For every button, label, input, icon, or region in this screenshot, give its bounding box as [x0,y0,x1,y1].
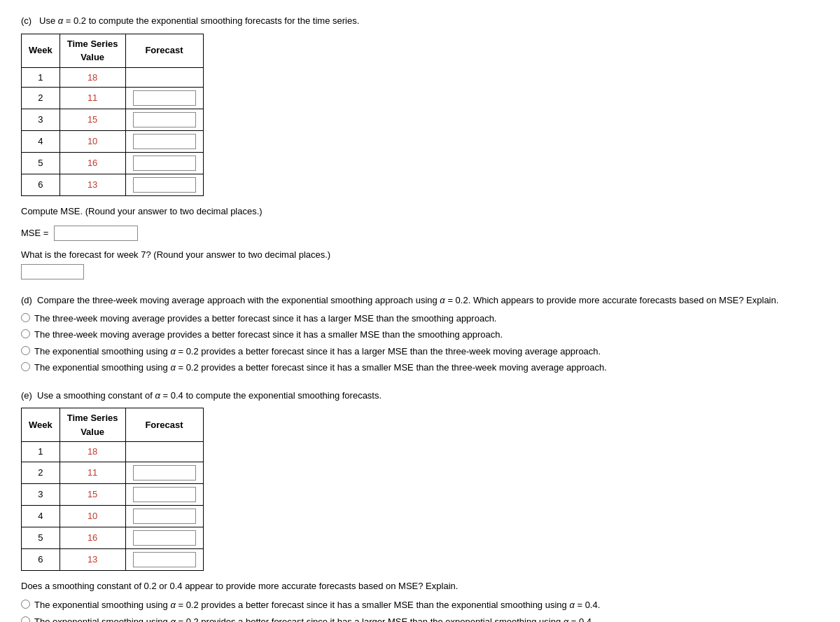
week-cell: 4 [22,131,60,153]
table-row: 118 [22,67,204,88]
radio-input[interactable] [21,346,30,355]
part-d-intro: (d) Compare the three-week moving averag… [21,293,819,307]
week-cell: 2 [22,88,60,109]
forecast-cell[interactable] [125,462,203,483]
radio-option[interactable]: The exponential smoothing using α = 0.2 … [21,361,819,375]
radio-label: The exponential smoothing using α = 0.2 … [34,598,600,612]
forecast-cell [125,67,203,88]
radio-input[interactable] [21,362,30,371]
forecast-input[interactable] [133,509,196,524]
value-cell: 10 [59,131,125,153]
week-cell: 6 [22,174,60,196]
mse-c-input[interactable] [54,226,138,241]
radio-label: The exponential smoothing using α = 0.2 … [34,615,594,623]
radio-option[interactable]: The three-week moving average provides a… [21,312,819,326]
forecast-input[interactable] [133,177,196,193]
radio-input[interactable] [21,313,30,322]
week-cell: 5 [22,153,60,174]
part-d-radio-group: The three-week moving average provides a… [21,312,819,375]
forecast-cell[interactable] [125,153,203,174]
radio-input[interactable] [21,329,30,338]
col-tsvalue-e: Time SeriesValue [59,408,125,442]
week-cell: 1 [22,442,60,462]
forecast-input[interactable] [133,552,196,567]
radio-input[interactable] [21,600,30,609]
forecast-cell[interactable] [125,527,203,548]
part-c-table: Week Time SeriesValue Forecast 118211315… [21,34,204,197]
forecast-input[interactable] [133,134,196,149]
radio-label: The three-week moving average provides a… [34,328,503,342]
table-row: 211 [22,88,204,109]
mse-c-row: MSE = [21,226,819,241]
col-tsvalue-c: Time SeriesValue [59,34,125,67]
part-e-section: (e) Use a smoothing constant of α = 0.4 … [21,389,819,623]
value-cell: 13 [59,548,125,570]
col-week-c: Week [22,34,60,67]
part-e-letter: (e) [21,390,32,401]
radio-label: The exponential smoothing using α = 0.2 … [34,345,601,359]
radio-label: The three-week moving average provides a… [34,312,496,326]
week-cell: 3 [22,483,60,505]
week-cell: 4 [22,505,60,527]
forecast-input[interactable] [133,156,196,171]
mse-c-prefix: MSE = [21,228,48,238]
table-row: 613 [22,548,204,570]
forecast-cell[interactable] [125,131,203,153]
value-cell: 16 [59,527,125,548]
value-cell: 18 [59,442,125,462]
week7-c-label: What is the forecast for week 7? (Round … [21,248,819,262]
part-e-table: Week Time SeriesValue Forecast 118211315… [21,408,204,571]
forecast-input[interactable] [133,465,196,481]
week-cell: 3 [22,109,60,131]
table-row: 410 [22,131,204,153]
radio-option[interactable]: The exponential smoothing using α = 0.2 … [21,345,819,359]
value-cell: 15 [59,109,125,131]
forecast-input[interactable] [133,487,196,502]
radio-label: The exponential smoothing using α = 0.2 … [34,361,607,375]
table-row: 516 [22,153,204,174]
forecast-cell[interactable] [125,88,203,109]
radio-input[interactable] [21,616,30,623]
forecast-cell[interactable] [125,174,203,196]
part-c-section: (c) Use α = 0.2 to compute the exponenti… [21,14,819,279]
table-row: 315 [22,109,204,131]
value-cell: 15 [59,483,125,505]
week7-c-input[interactable] [21,264,84,279]
value-cell: 11 [59,88,125,109]
col-week-e: Week [22,408,60,442]
part-e-radio-group: The exponential smoothing using α = 0.2 … [21,598,819,622]
forecast-cell[interactable] [125,483,203,505]
part-e-label: (e) Use a smoothing constant of α = 0.4 … [21,389,819,403]
forecast-input[interactable] [133,112,196,127]
part-d-section: (d) Compare the three-week moving averag… [21,293,819,375]
value-cell: 18 [59,67,125,88]
radio-option[interactable]: The three-week moving average provides a… [21,328,819,342]
table-row: 315 [22,483,204,505]
part-c-intro: (c) Use α = 0.2 to compute the exponenti… [21,15,359,26]
value-cell: 13 [59,174,125,196]
part-e-bottom-label: Does a smoothing constant of 0.2 or 0.4 … [21,579,819,593]
value-cell: 16 [59,153,125,174]
forecast-cell[interactable] [125,505,203,527]
forecast-cell[interactable] [125,548,203,570]
radio-option[interactable]: The exponential smoothing using α = 0.2 … [21,598,819,612]
table-row: 410 [22,505,204,527]
forecast-cell[interactable] [125,109,203,131]
forecast-input[interactable] [133,90,196,106]
col-forecast-c: Forecast [125,34,203,67]
week-cell: 6 [22,548,60,570]
part-c-letter: (c) [21,15,31,26]
radio-option[interactable]: The exponential smoothing using α = 0.2 … [21,615,819,623]
table-row: 211 [22,462,204,483]
week-cell: 1 [22,67,60,88]
mse-c-label: Compute MSE. (Round your answer to two d… [21,205,819,219]
forecast-cell [125,442,203,462]
table-row: 516 [22,527,204,548]
value-cell: 11 [59,462,125,483]
week-cell: 5 [22,527,60,548]
value-cell: 10 [59,505,125,527]
week-cell: 2 [22,462,60,483]
table-row: 613 [22,174,204,196]
forecast-input[interactable] [133,530,196,546]
part-d-letter: (d) [21,295,32,305]
